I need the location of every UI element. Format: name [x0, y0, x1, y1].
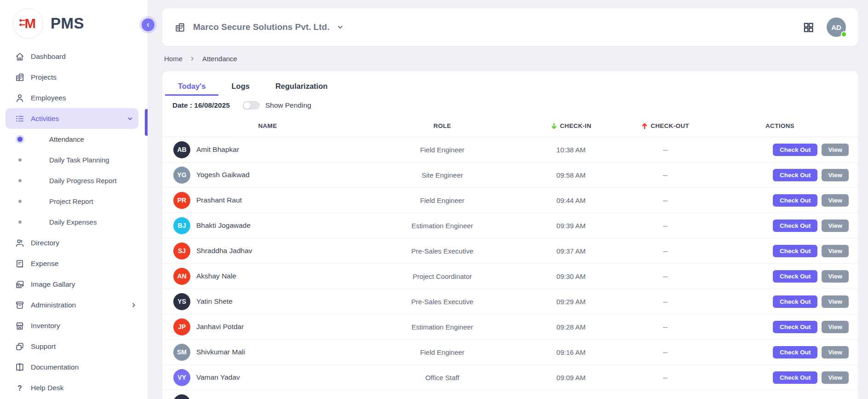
- chevron-down-icon[interactable]: [336, 23, 344, 31]
- check-out-button[interactable]: Check Out: [773, 371, 818, 384]
- active-section-indicator: [145, 109, 148, 136]
- view-button[interactable]: View: [822, 346, 849, 359]
- sidebar-subitem-project-report[interactable]: Project Report: [0, 191, 148, 212]
- view-button[interactable]: View: [822, 321, 849, 333]
- sort-arrow-down-icon: [551, 122, 557, 130]
- check-out-button[interactable]: Check Out: [773, 321, 818, 333]
- column-header-check-out[interactable]: CHECK-OUT: [619, 122, 711, 130]
- nav-item-label: Projects: [31, 73, 57, 81]
- app-screen: M PMS Dashboard Projects Employees Act: [0, 0, 868, 399]
- check-out-button[interactable]: Check Out: [773, 220, 818, 232]
- employee-name: Shraddha Jadhav: [196, 247, 252, 255]
- view-button[interactable]: View: [822, 194, 849, 207]
- sidebar-subitem-attendance[interactable]: Attendance: [0, 129, 148, 150]
- employee-avatar: AB: [173, 141, 190, 158]
- employee-avatar: PR: [173, 192, 190, 209]
- breadcrumb-home[interactable]: Home: [164, 55, 183, 63]
- view-button[interactable]: View: [822, 169, 849, 181]
- nav-item-label: Image Gallary: [31, 280, 75, 289]
- user-avatar[interactable]: AD: [827, 17, 846, 37]
- check-in-time: 09:58 AM: [523, 171, 619, 179]
- archive-icon: [15, 300, 25, 310]
- filter-row: Date : 16/08/2025 Show Pending: [162, 96, 858, 115]
- logo-letter: M: [24, 16, 36, 31]
- nav-item-label: Employees: [31, 94, 66, 102]
- chevron-right-icon: [130, 301, 137, 309]
- employee-role: Field Engineer: [362, 197, 523, 204]
- sidebar-item-inventory[interactable]: Inventory: [0, 315, 148, 336]
- logo: M PMS: [0, 0, 148, 39]
- sidebar-item-support[interactable]: Support: [0, 336, 148, 357]
- sidebar-item-documentation[interactable]: Documentation: [0, 357, 148, 377]
- sidebar-subitem-daily-task-planning[interactable]: Daily Task Planning: [0, 150, 148, 170]
- sidebar-subitem-daily-progress-report[interactable]: Daily Progress Report: [0, 170, 148, 191]
- nav-item-label: Documentation: [31, 363, 79, 371]
- employee-name: Shivkumar Mali: [196, 348, 245, 356]
- tab-regularization[interactable]: Regularization: [263, 74, 341, 96]
- home-icon: [15, 52, 25, 62]
- check-out-time: --: [619, 348, 711, 356]
- check-out-button[interactable]: Check Out: [773, 169, 818, 181]
- sidebar-item-employees[interactable]: Employees: [0, 87, 148, 108]
- show-pending-toggle[interactable]: [243, 101, 260, 110]
- column-label: CHECK-IN: [560, 122, 591, 129]
- view-button[interactable]: View: [822, 144, 849, 156]
- employee-cell: SJ Shraddha Jadhav: [173, 243, 362, 260]
- sidebar-item-expense[interactable]: Expense: [0, 253, 148, 274]
- tab-logs[interactable]: Logs: [218, 74, 262, 96]
- table-header: NAME ROLE CHECK-IN CHECK-OUT ACTIONS: [162, 115, 858, 137]
- row-actions: Check Out View: [711, 346, 849, 359]
- check-out-button[interactable]: Check Out: [773, 194, 818, 207]
- check-out-button[interactable]: Check Out: [773, 144, 818, 156]
- sidebar-item-image-gallary[interactable]: Image Gallary: [0, 274, 148, 295]
- employee-avatar: SM: [173, 344, 190, 361]
- check-out-time: --: [619, 197, 711, 204]
- view-button[interactable]: View: [822, 295, 849, 308]
- view-button[interactable]: View: [822, 371, 849, 384]
- sidebar-item-directory[interactable]: Directory: [0, 232, 148, 253]
- sidebar-subitem-daily-expenses[interactable]: Daily Expenses: [0, 212, 148, 232]
- check-out-button[interactable]: Check Out: [773, 295, 818, 308]
- column-header-check-in[interactable]: CHECK-IN: [523, 122, 619, 130]
- check-out-button[interactable]: Check Out: [773, 245, 818, 257]
- table-row: YG Yogesh Gaikwad Site Engineer 09:58 AM…: [162, 162, 858, 188]
- employee-cell: JP Janhavi Potdar: [173, 318, 362, 335]
- sidebar-item-projects[interactable]: Projects: [0, 67, 148, 87]
- tab-bar: Today'sLogsRegularization: [162, 71, 858, 96]
- nav-item-label: Inventory: [31, 322, 60, 330]
- avatar-initials: AD: [831, 23, 841, 31]
- table-row: AB Amit Bhapkar Field Engineer 10:38 AM …: [162, 137, 858, 162]
- sidebar-collapse-button[interactable]: [142, 18, 154, 31]
- row-actions: Check Out View: [711, 321, 849, 333]
- check-in-time: 09:28 AM: [523, 323, 619, 331]
- check-out-button[interactable]: Check Out: [773, 270, 818, 283]
- table-row: JP Janhavi Potdar Estimation Engineer 09…: [162, 314, 858, 340]
- table-row: PR Prashant Raut Field Engineer 09:44 AM…: [162, 188, 858, 213]
- employee-name: Akshay Nale: [196, 272, 236, 280]
- sidebar-nav: Dashboard Projects Employees Activities …: [0, 46, 148, 398]
- view-button[interactable]: View: [822, 270, 849, 283]
- view-button[interactable]: View: [822, 220, 849, 232]
- employee-role: Pre-Sales Executive: [362, 298, 523, 306]
- subitem-label: Daily Expenses: [49, 218, 97, 226]
- sidebar-item-activities[interactable]: Activities: [6, 108, 138, 129]
- main-area: Marco Secure Solutions Pvt. Ltd. AD Home: [148, 0, 868, 399]
- sidebar-item-dashboard[interactable]: Dashboard: [0, 46, 148, 67]
- column-label: ROLE: [434, 122, 451, 129]
- column-header-actions: ACTIONS: [711, 122, 849, 129]
- view-button[interactable]: View: [822, 245, 849, 257]
- company-selector[interactable]: Marco Secure Solutions Pvt. Ltd.: [193, 22, 330, 32]
- bullet-icon: [18, 179, 22, 182]
- employee-avatar: SJ: [173, 243, 190, 260]
- bullet-icon: [17, 137, 23, 142]
- check-out-button[interactable]: Check Out: [773, 346, 818, 359]
- date-label: Date : 16/08/2025: [172, 101, 230, 110]
- sidebar-item-help-desk[interactable]: ? Help Desk: [0, 377, 148, 398]
- nav-item-label: Activities: [31, 115, 59, 123]
- apps-grid-icon[interactable]: [802, 21, 815, 34]
- sidebar-item-administration[interactable]: Administration: [0, 295, 148, 315]
- check-in-time: 09:30 AM: [523, 272, 619, 280]
- tab-today-s[interactable]: Today's: [165, 74, 218, 96]
- breadcrumb-current: Attendance: [202, 55, 237, 63]
- row-actions: Check Out View: [711, 270, 849, 283]
